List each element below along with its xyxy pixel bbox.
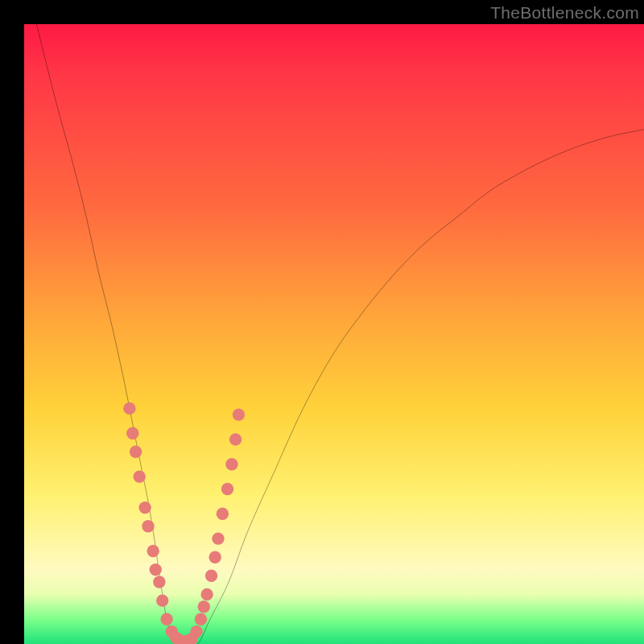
highlight-dot	[212, 532, 224, 544]
highlight-dot	[123, 402, 135, 415]
highlight-dot	[190, 625, 202, 638]
highlight-dot	[156, 594, 168, 606]
highlight-dots	[123, 402, 245, 644]
highlight-dot	[150, 564, 162, 576]
highlight-dot	[134, 470, 146, 482]
highlight-dot	[130, 446, 142, 458]
highlight-dot	[138, 502, 151, 514]
curve-layer	[24, 24, 644, 644]
bottleneck-curve	[36, 24, 644, 644]
highlight-dot	[205, 570, 217, 582]
plot-area	[24, 24, 644, 644]
highlight-dot	[160, 613, 172, 625]
chart-stage: TheBottleneck.com	[0, 0, 644, 644]
highlight-dot	[126, 427, 138, 440]
highlight-dot	[200, 588, 213, 601]
highlight-dot	[153, 576, 165, 588]
highlight-dot	[233, 408, 245, 420]
highlight-dot	[208, 551, 221, 564]
highlight-dot	[225, 458, 237, 470]
highlight-dot	[195, 613, 207, 625]
highlight-dot	[221, 483, 233, 495]
watermark-text: TheBottleneck.com	[490, 3, 639, 23]
highlight-dot	[142, 520, 154, 532]
highlight-dot	[147, 545, 159, 557]
highlight-dot	[229, 433, 242, 445]
highlight-dot	[217, 508, 229, 520]
highlight-dot	[198, 601, 210, 613]
